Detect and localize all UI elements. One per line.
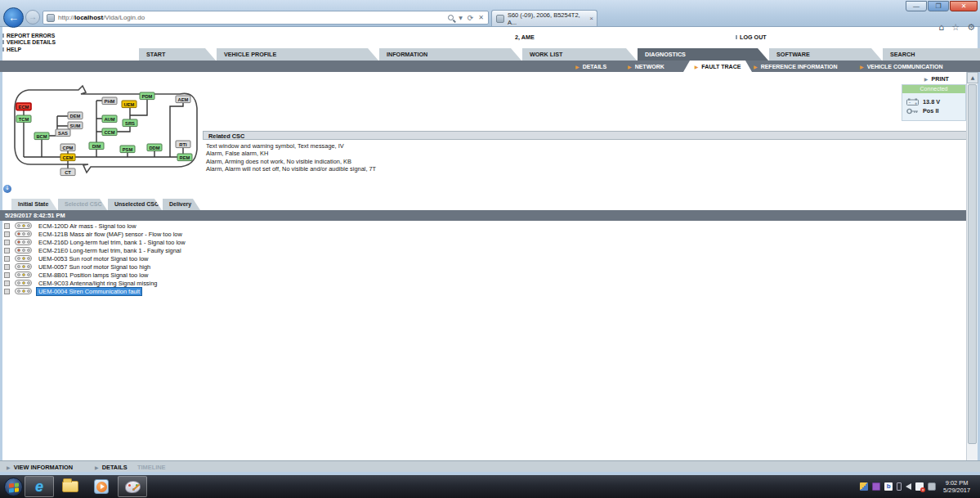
browser-back-button[interactable]: ← — [3, 7, 24, 28]
ecu-module-aum[interactable]: AUM — [102, 115, 117, 123]
ecu-module-cem[interactable]: CEM — [60, 154, 75, 161]
address-bar[interactable]: http://localhost/Vida/Login.do ▼ ⟳ ✕ — [43, 11, 489, 25]
ecu-module-ccm[interactable]: CCM — [102, 128, 117, 136]
browser-tab[interactable]: S60 (-09), 2006, B5254T2, A... × — [491, 10, 597, 26]
download-status-icon[interactable]: ↓ — [3, 185, 11, 193]
ecu-module-bcm[interactable]: BCM — [34, 132, 49, 140]
logout-link[interactable]: LOG OUT — [736, 34, 767, 41]
ecu-module-ecm[interactable]: ECM — [16, 103, 31, 110]
fault-description[interactable]: ECM-216D Long-term fuel trim, bank 1 - S… — [37, 239, 187, 246]
tray-updates-icon[interactable] — [860, 482, 868, 491]
fault-checkbox[interactable] — [4, 272, 10, 278]
tab-close-icon[interactable]: × — [589, 15, 593, 22]
subnav-network[interactable]: ▶NETWORK — [628, 61, 665, 72]
csc-item[interactable]: Alarm, Arming does not work, No visible … — [206, 158, 968, 165]
taskbar-internet-explorer[interactable]: e — [25, 476, 54, 497]
ecu-module-uem[interactable]: UEM — [122, 101, 136, 108]
taskbar-media-player[interactable] — [87, 476, 116, 497]
fault-row[interactable]: UEM-0057 Sun roof motor Signal too high — [0, 262, 969, 271]
subnav-vehicle-communication[interactable]: ▶VEHICLE COMMUNICATION — [860, 61, 942, 72]
fault-row[interactable]: CEM-8B01 Position lamps Signal too low — [0, 271, 969, 279]
tab-initial-state[interactable]: Initial State — [11, 199, 57, 210]
ecu-module-sum[interactable]: SUM — [68, 122, 83, 129]
ecu-module-phm[interactable]: PHM — [102, 97, 117, 105]
fault-checkbox[interactable] — [4, 256, 10, 262]
tab-vehicle-profile[interactable]: VEHICLE PROFILE — [217, 48, 378, 61]
fault-row[interactable]: ECM-120D Air mass - Signal too low — [0, 222, 969, 230]
stop-icon[interactable]: ✕ — [478, 14, 484, 21]
tray-app-icon[interactable] — [872, 482, 880, 491]
fault-description[interactable]: UEM-0057 Sun roof motor Signal too high — [37, 263, 152, 271]
csc-item[interactable]: Alarm, False alarm, KH — [206, 150, 968, 157]
settings-gear-icon[interactable]: ⚙ — [967, 22, 975, 33]
tray-battery-icon[interactable] — [897, 482, 902, 491]
fault-description[interactable]: ECM-120D Air mass - Signal too low — [37, 222, 138, 230]
fault-checkbox[interactable] — [4, 240, 10, 245]
fault-checkbox[interactable] — [4, 223, 10, 229]
ecu-module-ddm[interactable]: DDM — [147, 144, 162, 151]
tab-software[interactable]: SOFTWARE — [769, 48, 882, 61]
scroll-up-icon[interactable]: ▲ — [967, 72, 978, 83]
ecu-module-sas[interactable]: SAS — [56, 129, 70, 137]
browser-forward-button[interactable]: → — [25, 10, 40, 25]
tab-unselected-csc[interactable]: Unselected CSC — [108, 199, 162, 210]
start-button[interactable] — [4, 478, 23, 496]
tab-start[interactable]: START — [139, 48, 216, 61]
fault-row[interactable]: UEM-0004 Siren Communication fault — [0, 287, 969, 295]
fault-checkbox[interactable] — [4, 280, 10, 286]
dropdown-caret-icon[interactable]: ▼ — [459, 15, 463, 20]
subnav-details[interactable]: ▶DETAILS — [575, 61, 606, 72]
taskbar-paint[interactable] — [118, 476, 147, 497]
csc-item[interactable]: Alarm, Alarm will not set off, No visibl… — [206, 165, 968, 173]
tab-diagnostics[interactable]: DIAGNOSTICS — [638, 48, 768, 61]
fault-row[interactable]: UEM-0053 Sun roof motor Signal too low — [0, 254, 969, 262]
taskbar-file-explorer[interactable] — [56, 476, 85, 497]
tab-information[interactable]: INFORMATION — [379, 48, 521, 61]
ecu-module-rem[interactable]: REM — [177, 154, 192, 161]
home-icon[interactable]: ⌂ — [938, 22, 944, 33]
details-button[interactable]: ▶DETAILS — [95, 461, 128, 473]
tab-selected-csc[interactable]: Selected CSC — [58, 199, 107, 210]
content-scrollbar[interactable]: ▲ ▼ — [966, 72, 978, 472]
tray-volume-icon[interactable] — [906, 483, 911, 490]
view-information-button[interactable]: ▶VIEW INFORMATION — [7, 461, 73, 473]
print-button[interactable]: ▶PRINT — [924, 75, 949, 83]
fault-row[interactable]: ECM-121B Mass air flow (MAF) sensor - Fl… — [0, 230, 969, 238]
fault-description[interactable]: UEM-0004 Siren Communication fault — [37, 288, 141, 295]
fault-row[interactable]: CEM-9C03 Antenna/light ring Signal missi… — [0, 279, 969, 287]
tab-search[interactable]: SEARCH — [883, 48, 980, 61]
ecu-module-tcm[interactable]: TCM — [16, 115, 31, 123]
tray-network-icon[interactable] — [928, 482, 936, 491]
tray-security-icon[interactable]: b — [884, 482, 893, 491]
fault-row[interactable]: ECM-21E0 Long-term fuel trim, bank 1 - F… — [0, 246, 969, 254]
refresh-icon[interactable]: ⟳ — [468, 14, 474, 22]
favorites-star-icon[interactable]: ☆ — [951, 22, 960, 33]
fault-description[interactable]: ECM-121B Mass air flow (MAF) sensor - Fl… — [37, 231, 184, 238]
fault-description[interactable]: ECM-21E0 Long-term fuel trim, bank 1 - F… — [37, 247, 183, 254]
taskbar-clock[interactable]: 9:02 PM 5/29/2017 — [940, 479, 975, 494]
ecu-module-dem[interactable]: DEM — [68, 112, 83, 119]
tab-delivery[interactable]: Delivery — [163, 199, 200, 210]
ecu-module-cpm[interactable]: CPM — [60, 144, 75, 151]
fault-checkbox[interactable] — [4, 264, 10, 270]
ecu-module-ct[interactable]: CT — [60, 168, 75, 176]
ecu-module-aem[interactable]: AEM — [176, 96, 190, 103]
tray-action-center-icon[interactable]: × — [915, 482, 924, 491]
subnav-fault-trace[interactable]: ▶FAULT TRACE — [683, 61, 752, 72]
fault-checkbox[interactable] — [4, 248, 10, 253]
fault-checkbox[interactable] — [4, 231, 10, 237]
vehicle-details-link[interactable]: VEHICLE DETAILS — [2, 39, 56, 46]
tab-work-list[interactable]: WORK LIST — [522, 48, 637, 61]
fault-row[interactable]: ECM-216D Long-term fuel trim, bank 1 - S… — [0, 238, 969, 246]
search-icon[interactable] — [448, 15, 454, 20]
ecu-module-pdm[interactable]: PDM — [140, 92, 154, 100]
fault-description[interactable]: CEM-8B01 Position lamps Signal too low — [37, 271, 150, 279]
fault-description[interactable]: CEM-9C03 Antenna/light ring Signal missi… — [37, 280, 159, 287]
fault-description[interactable]: UEM-0053 Sun roof motor Signal too low — [37, 255, 150, 262]
subnav-reference-information[interactable]: ▶REFERENCE INFORMATION — [754, 61, 838, 72]
scrollbar-thumb[interactable] — [968, 84, 977, 444]
ecu-module-rti[interactable]: RTI — [176, 141, 190, 148]
fault-checkbox[interactable] — [4, 289, 10, 294]
ecu-module-dim[interactable]: DIM — [89, 142, 104, 150]
csc-item[interactable]: Text window and warning symbol, Text mes… — [206, 142, 968, 150]
